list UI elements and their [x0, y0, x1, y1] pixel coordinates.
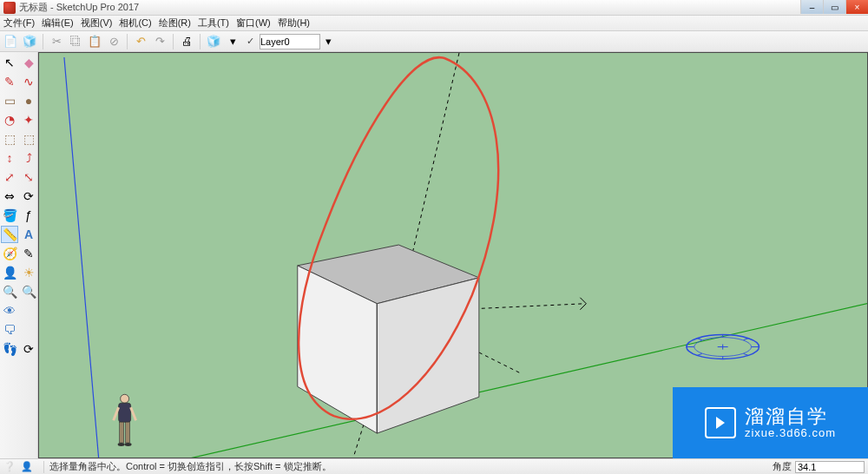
layer-select[interactable] [260, 34, 320, 49]
titlebar: 无标题 - SketchUp Pro 2017 – ▭ × [0, 0, 868, 16]
svg-line-18 [744, 339, 749, 340]
text-tool[interactable]: ƒ [20, 207, 37, 224]
layer-dropdown-button[interactable]: ▾ [322, 33, 334, 50]
model-info-button[interactable]: 🧊 [205, 33, 222, 50]
rectangle-tool[interactable]: ▭ [1, 92, 18, 109]
window-controls: – ▭ × [800, 0, 868, 14]
vcb-label: 角度 [773, 460, 792, 473]
line-tool[interactable]: ✎ [1, 73, 18, 90]
user-icon[interactable]: 👤 [21, 461, 33, 473]
layer-toggle-button[interactable]: ▾ [224, 33, 241, 50]
3dtext-tool[interactable]: A [20, 226, 37, 243]
status-separator [43, 461, 44, 473]
walk-tool[interactable]: 👣 [1, 340, 18, 358]
empty-slot2 [20, 321, 37, 339]
scale-figure[interactable] [114, 394, 136, 446]
svg-line-16 [697, 339, 702, 340]
orbit-tool[interactable]: ⟳ [20, 340, 37, 358]
scale-tool[interactable]: ⤢ [1, 168, 18, 186]
window-title: 无标题 - SketchUp Pro 2017 [19, 1, 139, 14]
menu-edit[interactable]: 编辑(E) [42, 16, 74, 30]
menu-draw[interactable]: 绘图(R) [159, 16, 191, 30]
followme-tool[interactable]: ⬚ [20, 130, 37, 148]
tape-tool[interactable]: ⇔ [1, 188, 18, 205]
svg-line-7 [131, 407, 136, 420]
svg-line-19 [697, 354, 702, 356]
zoom-extents-tool[interactable]: 👁 [1, 302, 18, 319]
menu-window[interactable]: 窗口(W) [236, 16, 271, 30]
menu-tools[interactable]: 工具(T) [198, 16, 229, 30]
dimension-tool[interactable]: 📏 [1, 226, 18, 243]
menu-file[interactable]: 文件(F) [3, 16, 35, 30]
close-button[interactable]: × [845, 0, 868, 14]
protractor-tool[interactable]: ⟳ [20, 188, 37, 205]
play-icon [705, 407, 736, 438]
status-hint: 选择量角器中心。Control = 切换创造指引，长按Shift = 锁定推断。 [49, 460, 332, 473]
cut-button[interactable]: ✂ [48, 33, 65, 50]
axes-tool[interactable]: 🧭 [1, 245, 18, 262]
svg-rect-8 [120, 422, 124, 443]
paint-tool[interactable]: 🪣 [1, 207, 18, 224]
polygon-tool[interactable]: ✦ [20, 111, 37, 128]
statusbar: ❔ 👤 选择量角器中心。Control = 切换创造指引，长按Shift = 锁… [0, 458, 868, 474]
arc-tool[interactable]: ◔ [1, 111, 18, 128]
top-toolbar: 📄 🧊 ✂ ⿻ 📋 ⊘ ↶ ↷ 🖨 🧊 ▾ ✓ ▾ [0, 31, 868, 52]
svg-point-4 [121, 394, 129, 403]
section-tool[interactable]: ✎ [20, 245, 37, 262]
svg-line-6 [114, 407, 119, 420]
new-file-button[interactable]: 📄 [2, 33, 19, 50]
previous-view-tool[interactable]: 🗨 [1, 321, 18, 339]
vcb-input[interactable] [795, 461, 865, 473]
paste-button[interactable]: 📋 [86, 33, 103, 50]
help-icon[interactable]: ❔ [3, 461, 16, 473]
svg-marker-2 [377, 278, 478, 433]
svg-point-11 [125, 443, 132, 446]
watermark-banner: 溜溜自学 zixue.3d66.com [673, 387, 868, 458]
svg-rect-5 [119, 403, 131, 422]
toolbar-separator [43, 34, 43, 49]
undo-button[interactable]: ↶ [132, 33, 149, 50]
component-button[interactable]: 🧊 [21, 33, 38, 50]
look-around-tool[interactable]: ☀ [20, 264, 37, 281]
toolbar-separator [127, 34, 128, 49]
delete-button[interactable]: ⊘ [105, 33, 122, 50]
redo-button[interactable]: ↷ [151, 33, 168, 50]
layer-check-icon: ✓ [247, 36, 254, 47]
svg-rect-9 [126, 422, 130, 443]
print-button[interactable]: 🖨 [178, 33, 195, 50]
watermark-url: zixue.3d66.com [745, 427, 836, 440]
measurement-box: 角度 [773, 460, 865, 473]
menu-help[interactable]: 帮助(H) [278, 16, 310, 30]
select-tool[interactable]: ↖ [1, 54, 18, 71]
eraser-tool[interactable]: ◆ [20, 54, 37, 71]
circle-tool[interactable]: ● [20, 92, 37, 109]
menu-view[interactable]: 视图(V) [81, 16, 113, 30]
minimize-button[interactable]: – [800, 0, 823, 14]
rotate-tool[interactable]: ⤴ [20, 149, 37, 167]
freehand-tool[interactable]: ∿ [20, 73, 37, 90]
offset-tool[interactable]: ⤡ [20, 168, 37, 186]
watermark-title: 溜溜自学 [745, 405, 836, 427]
pushpull-tool[interactable]: ⬚ [1, 130, 18, 148]
zoom-window-tool[interactable]: 🔍 [20, 283, 37, 300]
toolbar-separator [200, 34, 201, 49]
cube-model[interactable] [298, 245, 479, 433]
zoom-tool[interactable]: 🔍 [1, 283, 18, 300]
menu-camera[interactable]: 相机(C) [119, 16, 151, 30]
svg-point-10 [118, 443, 125, 446]
position-camera-tool[interactable]: 👤 [1, 264, 18, 281]
copy-button[interactable]: ⿻ [67, 33, 84, 50]
blue-axis [64, 57, 99, 458]
empty-slot [20, 302, 37, 319]
menubar: 文件(F) 编辑(E) 视图(V) 相机(C) 绘图(R) 工具(T) 窗口(W… [0, 16, 868, 31]
svg-line-17 [744, 354, 749, 356]
protractor-cursor [687, 335, 760, 359]
app-icon [3, 2, 16, 14]
left-toolbar: ↖ ◆ ✎ ∿ ▭ ● ◔ ✦ ⬚ ⬚ ↕ ⤴ ⤢ ⤡ ⇔ ⟳ 🪣 ƒ 📏 A … [0, 52, 38, 458]
move-tool[interactable]: ↕ [1, 149, 18, 167]
maximize-button[interactable]: ▭ [823, 0, 845, 14]
toolbar-separator [173, 34, 174, 49]
